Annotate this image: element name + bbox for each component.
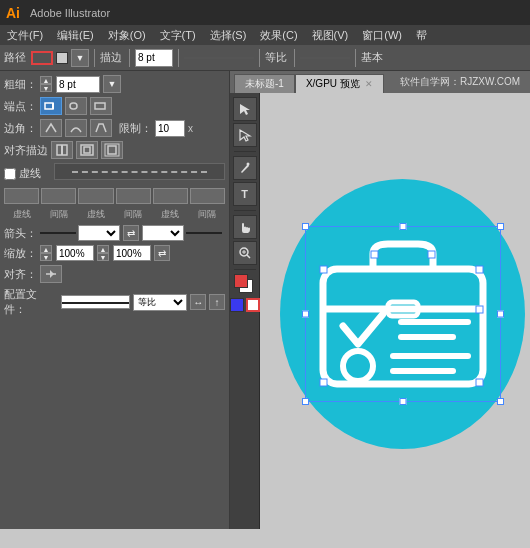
handle-mr[interactable]	[497, 310, 504, 317]
divider1	[94, 49, 95, 67]
menu-view[interactable]: 视图(V)	[309, 27, 352, 44]
zoom-tool-btn[interactable]	[233, 241, 257, 265]
stroke-options-btn[interactable]: ▼	[71, 49, 89, 67]
svg-line-16	[247, 255, 250, 258]
scale-link-btn[interactable]: ⇄	[154, 245, 170, 261]
fill-stroke-swatches[interactable]	[234, 274, 256, 296]
handle-bm[interactable]	[399, 398, 406, 405]
thickness-spinner[interactable]: ▲ ▼	[40, 76, 52, 92]
canvas-tools-area: T	[230, 93, 530, 529]
profile-row: 配置文件： 等比 ↔ ↑	[4, 287, 225, 317]
right-area: 未标题-1 X/GPU 预览 ✕ 软件自学网：RJZXW.COM	[230, 71, 530, 529]
fill-color-indicator[interactable]	[56, 52, 68, 64]
selection-box	[305, 226, 501, 402]
scale1-up[interactable]: ▲	[40, 245, 52, 253]
arrow-line-left	[40, 232, 76, 234]
profile-flip-btn[interactable]: ↔	[190, 294, 206, 310]
svg-rect-7	[84, 147, 90, 153]
limit-unit: x	[188, 123, 193, 134]
corner-btn-miter[interactable]	[40, 119, 62, 137]
selection-tool-btn[interactable]	[233, 97, 257, 121]
menu-file[interactable]: 文件(F)	[4, 27, 46, 44]
menu-type[interactable]: 文字(T)	[157, 27, 199, 44]
menu-effect[interactable]: 效果(C)	[257, 27, 300, 44]
type-tool-btn[interactable]: T	[233, 182, 257, 206]
arrow-start-select[interactable]	[78, 225, 120, 241]
thickness-down[interactable]: ▼	[40, 84, 52, 92]
menu-window[interactable]: 窗口(W)	[359, 27, 405, 44]
scale1-down[interactable]: ▼	[40, 253, 52, 261]
thickness-dropdown[interactable]: ▼	[103, 75, 121, 93]
endpoint-btn-butt[interactable]	[40, 97, 62, 115]
gap-cell-1[interactable]	[41, 188, 76, 204]
profile-label: 配置文件：	[4, 287, 58, 317]
teal-circle	[280, 179, 525, 449]
align-stroke-row: 对齐描边	[4, 141, 225, 159]
handle-tm[interactable]	[399, 223, 406, 230]
stroke-color-indicator[interactable]	[31, 51, 53, 65]
endpoint-btn-round[interactable]	[65, 97, 87, 115]
tab-gpu-preview[interactable]: X/GPU 预览 ✕	[295, 74, 384, 93]
arrow-end-select[interactable]	[142, 225, 184, 241]
divider4	[259, 49, 260, 67]
handle-tl[interactable]	[302, 223, 309, 230]
tab-close-btn[interactable]: ✕	[365, 79, 373, 89]
dash-cell-1[interactable]	[4, 188, 39, 204]
dashed-checkbox[interactable]	[4, 168, 16, 180]
dashed-line	[72, 171, 207, 173]
align2-btn1[interactable]	[40, 265, 62, 283]
bottom-color-area	[230, 298, 260, 312]
scale2-spinner[interactable]: ▲ ▼	[97, 245, 109, 261]
profile-reset-btn[interactable]: ↑	[209, 294, 225, 310]
align-outside-btn[interactable]	[101, 141, 123, 159]
thickness-up[interactable]: ▲	[40, 76, 52, 84]
profile-select[interactable]: 等比	[133, 294, 187, 311]
svg-rect-8	[108, 146, 116, 154]
tab-bar: 未标题-1 X/GPU 预览 ✕ 软件自学网：RJZXW.COM	[230, 71, 530, 93]
pen-tool-btn[interactable]	[233, 156, 257, 180]
scale2-up[interactable]: ▲	[97, 245, 109, 253]
menu-edit[interactable]: 编辑(E)	[54, 27, 97, 44]
align-inside-btn[interactable]	[76, 141, 98, 159]
selection-tool-icon	[238, 102, 252, 116]
handle-bl[interactable]	[302, 398, 309, 405]
menu-object[interactable]: 对象(O)	[105, 27, 149, 44]
arrow-swap-btn[interactable]: ⇄	[123, 225, 139, 241]
endpoint-btn-square[interactable]	[90, 97, 112, 115]
hand-tool-btn[interactable]	[233, 215, 257, 239]
align2-row: 对齐：	[4, 265, 225, 283]
corner-btn-bevel[interactable]	[90, 119, 112, 137]
thickness-input[interactable]	[56, 76, 100, 93]
menu-help[interactable]: 帮	[413, 27, 430, 44]
handle-br[interactable]	[497, 398, 504, 405]
menu-select[interactable]: 选择(S)	[207, 27, 250, 44]
toolbar-row: 路径 ▼ 描边 等比 基本	[0, 45, 530, 71]
direct-select-btn[interactable]	[233, 123, 257, 147]
round-join-icon	[69, 122, 83, 134]
tool-divider-1	[234, 151, 256, 152]
scale2-down[interactable]: ▼	[97, 253, 109, 261]
dash-cell-3[interactable]	[153, 188, 188, 204]
limit-input[interactable]	[155, 120, 185, 137]
handle-tr[interactable]	[497, 223, 504, 230]
scale1-input[interactable]	[56, 245, 94, 261]
gap-cell-2[interactable]	[116, 188, 151, 204]
stroke-size-input[interactable]	[135, 49, 173, 67]
gap-cell-3[interactable]	[190, 188, 225, 204]
divider3	[178, 49, 179, 67]
handle-ml[interactable]	[302, 310, 309, 317]
watermark: 软件自学网：RJZXW.COM	[394, 71, 526, 93]
scale2-input[interactable]	[113, 245, 151, 261]
scale1-spinner[interactable]: ▲ ▼	[40, 245, 52, 261]
divider6	[355, 49, 356, 67]
svg-marker-12	[240, 104, 250, 115]
dash-cell-2[interactable]	[78, 188, 113, 204]
fill-color-box[interactable]	[230, 298, 244, 312]
tab-untitled[interactable]: 未标题-1	[234, 74, 295, 93]
stroke-color-box[interactable]	[246, 298, 260, 312]
scale-label: 缩放：	[4, 246, 37, 261]
corner-btn-round[interactable]	[65, 119, 87, 137]
align-path-icon	[44, 268, 58, 280]
align-center-btn[interactable]	[51, 141, 73, 159]
gap-label-1: 间隔	[41, 208, 76, 221]
